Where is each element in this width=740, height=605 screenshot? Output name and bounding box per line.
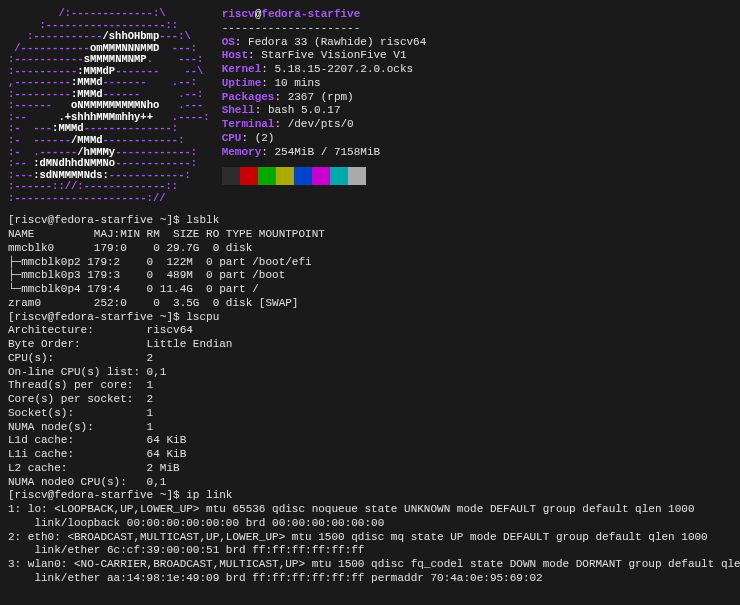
fedora-ascii-logo: /:-------------:\ :-------------------::… xyxy=(8,8,210,204)
info-value: 254MiB / 7158MiB xyxy=(274,146,380,158)
system-info: riscv@fedora-starfive ------------------… xyxy=(222,8,427,204)
info-row: Host: StarFive VisionFive V1 xyxy=(222,49,427,63)
terminal-output: [riscv@fedora-starfive ~]$ lsblk NAME MA… xyxy=(8,214,732,585)
info-value: 5.18.15-2207.2.0.ocks xyxy=(274,63,413,75)
info-key: OS xyxy=(222,36,235,48)
info-row: Shell: bash 5.0.17 xyxy=(222,104,427,118)
info-row: CPU: (2) xyxy=(222,132,427,146)
info-row: Memory: 254MiB / 7158MiB xyxy=(222,146,427,160)
neofetch-block: /:-------------:\ :-------------------::… xyxy=(8,8,732,204)
color-swatch xyxy=(240,167,258,185)
color-swatch xyxy=(312,167,330,185)
info-key: Shell xyxy=(222,104,255,116)
info-value: Fedora 33 (Rawhide) riscv64 xyxy=(248,36,426,48)
color-swatch xyxy=(258,167,276,185)
info-key: Memory xyxy=(222,146,262,158)
username: riscv xyxy=(222,8,255,20)
color-swatch xyxy=(276,167,294,185)
info-row: Terminal: /dev/pts/0 xyxy=(222,118,427,132)
info-key: CPU xyxy=(222,132,242,144)
info-value: 10 mins xyxy=(274,77,320,89)
info-value: bash 5.0.17 xyxy=(268,104,341,116)
color-swatch xyxy=(348,167,366,185)
color-swatch xyxy=(330,167,348,185)
color-palette xyxy=(222,167,427,185)
info-key: Terminal xyxy=(222,118,275,130)
info-value: 2367 (rpm) xyxy=(288,91,354,103)
user-host-line: riscv@fedora-starfive xyxy=(222,8,427,22)
info-value: StarFive VisionFive V1 xyxy=(261,49,406,61)
info-key: Kernel xyxy=(222,63,262,75)
info-row: OS: Fedora 33 (Rawhide) riscv64 xyxy=(222,36,427,50)
info-value: /dev/pts/0 xyxy=(288,118,354,130)
color-swatch xyxy=(294,167,312,185)
hostname: fedora-starfive xyxy=(261,8,360,20)
info-row: Packages: 2367 (rpm) xyxy=(222,91,427,105)
separator-dashes: --------------------- xyxy=(222,22,427,36)
info-row: Uptime: 10 mins xyxy=(222,77,427,91)
info-value: (2) xyxy=(255,132,275,144)
info-key: Uptime xyxy=(222,77,262,89)
color-swatch xyxy=(222,167,240,185)
info-key: Packages xyxy=(222,91,275,103)
info-row: Kernel: 5.18.15-2207.2.0.ocks xyxy=(222,63,427,77)
info-key: Host xyxy=(222,49,248,61)
